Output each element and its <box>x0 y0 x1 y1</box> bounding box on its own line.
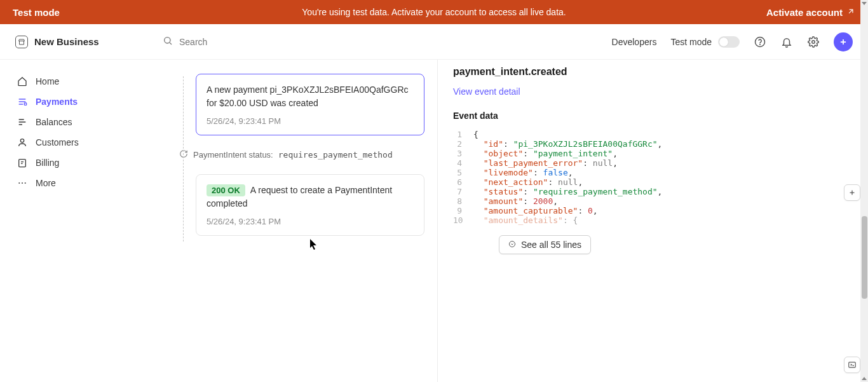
search-placeholder: Search <box>179 37 207 47</box>
business-switcher[interactable]: New Business <box>15 36 163 48</box>
sidebar-label: Billing <box>36 158 59 168</box>
arrow-up-right-icon <box>846 7 855 18</box>
svg-rect-6 <box>19 160 26 167</box>
event-description: A new payment pi_3PKoXZJL2sBFEIA00QafGGR… <box>207 83 414 110</box>
event-card-request-completed[interactable]: 200 OKA request to create a PaymentInten… <box>196 174 424 236</box>
banner-left-label: Test mode <box>13 7 60 18</box>
balances-icon <box>17 116 28 128</box>
scrollbar-up-icon[interactable] <box>862 2 867 7</box>
scrollbar[interactable] <box>860 0 868 382</box>
scrollbar-down-icon[interactable] <box>862 375 867 380</box>
home-icon <box>17 76 28 87</box>
sidebar-item-customers[interactable]: Customers <box>6 132 141 153</box>
testmode-toggle[interactable] <box>718 36 740 48</box>
sidebar-item-balances[interactable]: Balances <box>6 112 141 132</box>
more-icon <box>17 177 28 189</box>
status-label: PaymentIntent status: <box>193 150 273 160</box>
test-mode-banner: Test mode You're using test data. Activa… <box>0 0 868 24</box>
svg-rect-4 <box>24 103 26 105</box>
billing-icon <box>17 157 28 168</box>
storefront-icon <box>15 36 28 48</box>
svg-point-9 <box>25 182 26 184</box>
svg-point-1 <box>756 37 765 46</box>
sidebar-item-more[interactable]: More <box>6 173 141 193</box>
svg-point-7 <box>18 182 20 184</box>
view-event-detail-link[interactable]: View event detail <box>453 86 520 97</box>
timeline-line <box>183 76 184 242</box>
expand-label: See all 55 lines <box>521 240 581 250</box>
svg-point-5 <box>20 139 24 142</box>
notifications-icon[interactable] <box>780 36 793 48</box>
sidebar: Home Payments Balances Customers Billing… <box>0 60 147 205</box>
main-content: A new payment pi_3PKoXZJL2sBFEIA00QafGGR… <box>147 60 860 382</box>
event-type-title: payment_intent.created <box>453 66 860 78</box>
event-card-payment-created[interactable]: A new payment pi_3PKoXZJL2sBFEIA00QafGGR… <box>196 74 424 135</box>
sidebar-item-payments[interactable]: Payments <box>6 92 141 112</box>
sidebar-item-billing[interactable]: Billing <box>6 153 141 173</box>
svg-point-0 <box>165 38 170 43</box>
app-header: New Business Search Developers Test mode <box>0 24 868 60</box>
sidebar-label: Balances <box>36 117 72 127</box>
event-detail-panel: payment_intent.created View event detail… <box>437 60 860 382</box>
activate-account-link[interactable]: Activate account <box>766 7 855 18</box>
settings-icon[interactable] <box>807 36 820 48</box>
business-name-label: New Business <box>34 36 99 47</box>
see-all-lines-button[interactable]: See all 55 lines <box>499 235 591 254</box>
event-timestamp: 5/26/24, 9:23:41 PM <box>207 217 414 226</box>
banner-center-message: You're using test data. Activate your ac… <box>302 7 566 17</box>
search-input[interactable]: Search <box>163 36 612 48</box>
sidebar-label: Payments <box>36 97 78 107</box>
status-value: requires_payment_method <box>278 150 393 160</box>
testmode-toggle-label: Test mode <box>670 37 712 47</box>
create-button[interactable] <box>834 32 853 51</box>
event-timestamp: 5/26/24, 9:23:41 PM <box>207 116 414 126</box>
svg-point-2 <box>760 44 761 44</box>
expand-icon <box>508 240 516 250</box>
search-icon <box>163 36 173 48</box>
sidebar-label: Home <box>36 76 59 86</box>
sidebar-label: Customers <box>36 137 79 147</box>
dock-terminal-button[interactable] <box>844 357 860 373</box>
dock-add-button[interactable] <box>844 184 860 201</box>
payments-icon <box>17 96 28 107</box>
event-data-code: 1{2 "id": "pi_3PKoXZJL2sBFEIA00QafGGRc",… <box>453 130 860 225</box>
customers-icon <box>17 137 28 148</box>
activate-account-label: Activate account <box>766 7 843 18</box>
timeline-column: A new payment pi_3PKoXZJL2sBFEIA00QafGGR… <box>147 60 437 382</box>
developers-link[interactable]: Developers <box>612 37 657 47</box>
sidebar-label: More <box>36 178 56 188</box>
svg-point-8 <box>22 182 23 184</box>
event-data-heading: Event data <box>453 111 860 121</box>
payment-intent-status-row: PaymentIntent status: requires_payment_m… <box>179 149 424 160</box>
help-icon[interactable] <box>754 36 766 48</box>
svg-point-3 <box>812 40 815 43</box>
http-status-badge: 200 OK <box>207 184 245 196</box>
svg-point-10 <box>510 242 515 247</box>
sidebar-item-home[interactable]: Home <box>6 71 141 92</box>
refresh-icon <box>179 149 188 160</box>
event-description: 200 OKA request to create a PaymentInten… <box>207 184 414 210</box>
